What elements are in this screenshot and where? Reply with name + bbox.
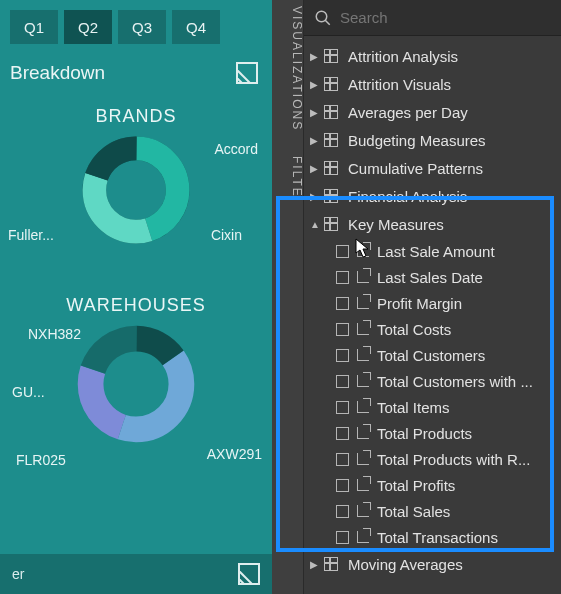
fields-panel: VISUALIZATIONS FILTE ▶Attrition Analysis… (272, 0, 561, 594)
measure-row[interactable]: Total Profits (304, 472, 561, 498)
measure-row[interactable]: Total Customers with ... (304, 368, 561, 394)
brands-label-fuller: Fuller... (8, 227, 54, 243)
measure-row[interactable]: Total Customers (304, 342, 561, 368)
measure-row[interactable]: Total Products with R... (304, 446, 561, 472)
checkbox-icon[interactable] (336, 453, 349, 466)
checkbox-icon[interactable] (336, 531, 349, 544)
checkbox-icon[interactable] (336, 297, 349, 310)
wh-label-nxh: NXH382 (28, 326, 81, 342)
measure-icon (357, 453, 369, 465)
breakdown-title: Breakdown (10, 62, 105, 84)
wh-label-flr: FLR025 (16, 452, 66, 468)
checkbox-icon[interactable] (336, 479, 349, 492)
fields-tree: ▶Attrition Analysis ▶Attrition Visuals ▶… (304, 42, 561, 578)
footer-bar: er (0, 554, 272, 594)
warehouses-chart[interactable]: WAREHOUSES NXH382 GU... FLR025 AXW291 (10, 295, 262, 494)
tab-q2[interactable]: Q2 (64, 10, 112, 44)
tab-q3[interactable]: Q3 (118, 10, 166, 44)
table-row[interactable]: ▶Cumulative Patterns (304, 154, 561, 182)
measure-icon (357, 245, 369, 257)
visualizations-tab-label: VISUALIZATIONS (290, 6, 304, 131)
filter-icon[interactable] (238, 563, 260, 585)
brands-label-accord: Accord (214, 141, 258, 157)
table-row-key-measures[interactable]: ▲Key Measures (304, 210, 561, 238)
svg-line-9 (325, 20, 330, 25)
measure-row[interactable]: Total Costs (304, 316, 561, 342)
quarter-tabs: Q1 Q2 Q3 Q4 (10, 10, 262, 44)
table-icon (324, 217, 338, 231)
table-icon (324, 161, 338, 175)
table-row[interactable]: ▶Budgeting Measures (304, 126, 561, 154)
wh-label-axw: AXW291 (207, 446, 262, 462)
checkbox-icon[interactable] (336, 375, 349, 388)
table-icon (324, 105, 338, 119)
table-row[interactable]: ▶Averages per Day (304, 98, 561, 126)
wh-label-gu: GU... (12, 384, 45, 400)
brands-donut-icon (81, 135, 191, 245)
measure-icon (357, 375, 369, 387)
svg-point-8 (316, 11, 327, 22)
checkbox-icon[interactable] (336, 505, 349, 518)
measure-row[interactable]: Last Sales Date (304, 264, 561, 290)
brands-label-cixin: Cixin (211, 227, 242, 243)
breakdown-header: Breakdown (10, 62, 262, 84)
tab-q1[interactable]: Q1 (10, 10, 58, 44)
checkbox-icon[interactable] (336, 245, 349, 258)
footer-text: er (12, 566, 24, 582)
warehouses-chart-title: WAREHOUSES (10, 295, 262, 316)
measure-row[interactable]: Profit Margin (304, 290, 561, 316)
measure-row[interactable]: Total Items (304, 394, 561, 420)
brands-chart[interactable]: BRANDS Accord Fuller... Cixin (10, 106, 262, 285)
measure-icon (357, 401, 369, 413)
measure-row[interactable]: Total Sales (304, 498, 561, 524)
checkbox-icon[interactable] (336, 427, 349, 440)
warehouses-donut-icon (76, 324, 196, 444)
measure-icon (357, 505, 369, 517)
measure-icon (357, 323, 369, 335)
measure-row[interactable]: Total Products (304, 420, 561, 446)
measure-row[interactable]: Total Transactions (304, 524, 561, 550)
measure-icon (357, 297, 369, 309)
checkbox-icon[interactable] (336, 349, 349, 362)
table-row[interactable]: ▶Financial Analysis (304, 182, 561, 210)
measure-icon (357, 479, 369, 491)
checkbox-icon[interactable] (336, 271, 349, 284)
brands-chart-title: BRANDS (10, 106, 262, 127)
table-icon (324, 557, 338, 571)
filters-tab-label: FILTE (290, 156, 304, 198)
table-row[interactable]: ▶Moving Averages (304, 550, 561, 578)
measure-icon (357, 271, 369, 283)
fields-search[interactable] (304, 0, 561, 36)
report-canvas: Q1 Q2 Q3 Q4 Breakdown BRANDS Accord Full… (0, 0, 272, 594)
table-icon (324, 77, 338, 91)
checkbox-icon[interactable] (336, 323, 349, 336)
table-icon (324, 189, 338, 203)
key-measures-group: ▶Financial Analysis ▲Key Measures Last S… (304, 182, 561, 550)
table-row[interactable]: ▶Attrition Visuals (304, 70, 561, 98)
table-row[interactable]: ▶Attrition Analysis (304, 42, 561, 70)
measure-row[interactable]: Last Sale Amount (304, 238, 561, 264)
measure-icon (357, 531, 369, 543)
table-icon (324, 133, 338, 147)
checkbox-icon[interactable] (336, 401, 349, 414)
measure-icon (357, 427, 369, 439)
measure-icon (357, 349, 369, 361)
table-icon (324, 49, 338, 63)
search-icon (314, 9, 332, 27)
tab-q4[interactable]: Q4 (172, 10, 220, 44)
side-rail[interactable]: VISUALIZATIONS FILTE (272, 0, 304, 594)
filter-icon[interactable] (236, 62, 258, 84)
search-input[interactable] (340, 9, 551, 26)
